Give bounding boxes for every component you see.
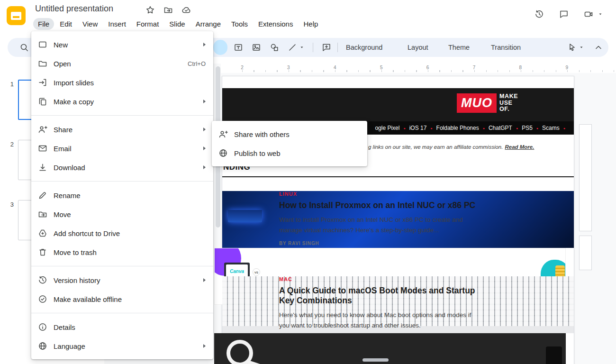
ruler-tick-label: 6: [426, 65, 429, 70]
publish-web-icon: [218, 148, 228, 158]
article-category: LINUX: [279, 191, 483, 197]
ruler-tick-label: 7: [473, 65, 476, 70]
slides-logo-icon[interactable]: [7, 6, 26, 25]
menu-item-label: Add shortcut to Drive: [54, 229, 206, 237]
file-menu-item-import-slides[interactable]: Import slides: [31, 73, 213, 92]
line-caret-down-icon[interactable]: [299, 41, 305, 54]
ruler-tick-label: 5: [380, 65, 383, 70]
version-history-clock-icon[interactable]: [534, 9, 544, 19]
move-document-icon[interactable]: [163, 5, 173, 15]
email-icon: [38, 144, 47, 153]
file-menu-item-download[interactable]: Download: [31, 158, 213, 177]
file-menu-item-new[interactable]: New: [31, 35, 213, 54]
file-menu-item-share[interactable]: Share: [31, 120, 213, 139]
transition-button[interactable]: Transition: [485, 40, 526, 55]
ruler: 23456789: [221, 64, 616, 73]
menu-item-label: Publish to web: [234, 149, 360, 157]
file-menu-item-make-available-offline[interactable]: Make available offline: [31, 290, 213, 309]
article-1: LINUXHow to Install Proxmox on an Intel …: [222, 191, 574, 248]
background-button[interactable]: Background: [340, 40, 388, 55]
file-menu-item-details[interactable]: Details: [31, 318, 213, 337]
meet-call-button[interactable]: [583, 9, 606, 19]
file-menu-item-version-history[interactable]: Version history: [31, 271, 213, 290]
section-rule: [222, 176, 574, 177]
menu-help[interactable]: Help: [299, 18, 323, 30]
menu-item-label: Version history: [54, 276, 197, 284]
share-submenu-item-publish-to-web[interactable]: Publish to web: [212, 144, 367, 163]
menu-file[interactable]: File: [33, 18, 54, 30]
pointer-caret-down-icon[interactable]: [578, 41, 585, 54]
text-box-icon[interactable]: [232, 41, 245, 54]
insert-comment-icon[interactable]: [320, 41, 333, 54]
cable-tail-graphic: [245, 360, 265, 364]
menu-separator: [31, 115, 213, 116]
menu-item-label: Move: [54, 210, 206, 218]
file-menu-item-add-shortcut-to-drive[interactable]: Add shortcut to Drive: [31, 224, 213, 243]
menu-view[interactable]: View: [78, 18, 102, 30]
menu-extensions[interactable]: Extensions: [254, 18, 298, 30]
menu-item-label: Open: [54, 60, 181, 68]
new-slide-icon: [38, 40, 47, 49]
menu-item-label: Import slides: [54, 79, 206, 87]
menu-item-label: Move to trash: [54, 248, 206, 256]
file-menu: NewOpenCtrl+OImport slidesMake a copySha…: [31, 31, 213, 359]
menu-tools[interactable]: Tools: [226, 18, 253, 30]
article-title: A Quick Guide to macOS Boot Modes and St…: [279, 286, 483, 306]
ruler-tick-label: 8: [519, 65, 522, 70]
offline-check-icon: [38, 294, 47, 304]
file-menu-item-move-to-trash[interactable]: Move to trash: [31, 243, 213, 262]
website-header: MUO MAKE USE OF.: [222, 88, 574, 121]
muo-logo: MUO MAKE USE OF.: [457, 93, 518, 113]
menu-separator: [31, 266, 213, 266]
insert-shape-icon[interactable]: [268, 41, 281, 54]
topbar-right: [534, 9, 606, 19]
collapse-toolbar-icon[interactable]: [592, 41, 605, 54]
menu-slide[interactable]: Slide: [164, 18, 190, 30]
layout-button[interactable]: Layout: [402, 40, 434, 55]
menu-arrange[interactable]: Arrange: [191, 18, 226, 30]
rename-icon: [38, 191, 47, 200]
slide-page[interactable]: MUO MAKE USE OF. ogle PixeliOS 17Foldabl…: [222, 76, 574, 364]
article-side-image: [214, 333, 566, 364]
version-history-icon: [38, 275, 47, 285]
menu-format[interactable]: Format: [132, 18, 164, 30]
drive-shortcut-icon: [38, 228, 47, 238]
share-submenu-item-share-with-others[interactable]: Share with others: [212, 125, 367, 144]
star-icon[interactable]: [145, 5, 155, 15]
file-menu-item-move[interactable]: Move: [31, 205, 213, 224]
theme-button[interactable]: Theme: [443, 40, 475, 55]
submenu-arrow-icon: [203, 127, 206, 131]
file-menu-item-make-a-copy[interactable]: Make a copy: [31, 92, 213, 111]
canvas-placeholder-box: [579, 124, 592, 231]
article-2: MACA Quick Guide to macOS Boot Modes and…: [222, 276, 574, 333]
import-icon: [38, 78, 47, 87]
ruler-tick-label: 2: [241, 65, 244, 70]
language-icon: [38, 341, 47, 351]
horizontal-scrollbar[interactable]: [362, 358, 389, 362]
insert-line-icon[interactable]: [286, 41, 299, 54]
person-add-icon: [38, 125, 47, 134]
affiliate-disclosure: g links on our site, we may earn an affi…: [368, 144, 534, 150]
trash-icon: [38, 247, 47, 257]
canvas-placeholder-box: [579, 236, 592, 270]
menu-edit[interactable]: Edit: [55, 18, 77, 30]
title-actions: [145, 5, 191, 15]
vs-badge: vs: [253, 268, 260, 276]
article-category: MAC: [279, 276, 483, 282]
comments-icon[interactable]: [559, 9, 569, 19]
info-icon: [38, 322, 47, 332]
article-excerpt: Want to install Proxmox on an Intel NUC …: [279, 215, 483, 236]
cloud-status-icon[interactable]: [181, 5, 191, 15]
insert-image-icon[interactable]: [250, 41, 263, 54]
search-menus-icon[interactable]: [18, 41, 30, 54]
file-menu-item-email[interactable]: Email: [31, 139, 213, 158]
submenu-arrow-icon: [203, 146, 206, 150]
pointer-tool-icon[interactable]: [566, 41, 578, 54]
article-text: MACA Quick Guide to macOS Boot Modes and…: [279, 276, 483, 341]
document-title[interactable]: Untitled presentation: [35, 4, 113, 14]
file-menu-item-rename[interactable]: Rename: [31, 186, 213, 205]
menu-insert[interactable]: Insert: [103, 18, 131, 30]
file-menu-item-open[interactable]: OpenCtrl+O: [31, 54, 213, 73]
active-tool-button[interactable]: [213, 40, 227, 55]
file-menu-item-language[interactable]: Language: [31, 337, 213, 355]
